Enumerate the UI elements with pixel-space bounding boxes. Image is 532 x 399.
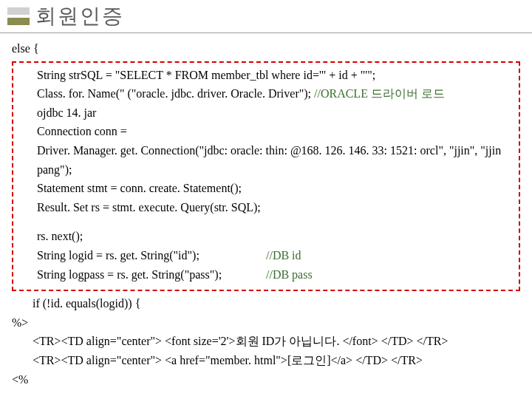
- code-line: <TR><TD align="center"> <a href="member.…: [12, 352, 520, 369]
- code-line: ojdbc 14. jar: [16, 105, 516, 121]
- code-line: String logid = rs. get. String("id"); //…: [16, 248, 516, 264]
- code-line: Connection conn =: [16, 123, 516, 140]
- code-comment: //DB id: [266, 248, 301, 264]
- code-line: Driver. Manager. get. Connection("jdbc: …: [16, 143, 516, 159]
- code-line: if (!id. equals(logid)) {: [12, 296, 520, 312]
- title-divider: [0, 33, 532, 33]
- code-block: else { String strSQL = "SELECT * FROM me…: [0, 36, 532, 387]
- title-accent-icon: [7, 7, 30, 25]
- code-comment: //ORACLE 드라이버 로드: [314, 87, 445, 100]
- code-line: %>: [12, 315, 520, 331]
- code-text: Class. for. Name(" ("oracle. jdbc. drive…: [37, 87, 314, 100]
- slide-title-row: 회원인증: [0, 0, 532, 33]
- slide-title: 회원인증: [35, 2, 124, 30]
- code-line: pang");: [16, 162, 516, 178]
- code-line: Statement stmt = conn. create. Statement…: [16, 180, 516, 197]
- code-line: else {: [12, 41, 520, 57]
- code-comment: //DB pass: [266, 267, 313, 283]
- code-text: String logpass = rs. get. String("pass")…: [37, 267, 266, 283]
- code-line: Result. Set rs = stmt. execute. Query(st…: [16, 200, 516, 216]
- code-line: <%: [12, 372, 520, 388]
- code-line: <TR><TD align="center"> <font size='2'>회…: [12, 333, 520, 349]
- code-line: rs. next();: [16, 228, 516, 245]
- code-line: Class. for. Name(" ("oracle. jdbc. drive…: [16, 86, 516, 102]
- code-text: String logid = rs. get. String("id");: [37, 248, 266, 264]
- code-line: String logpass = rs. get. String("pass")…: [16, 267, 516, 283]
- code-line: String strSQL = "SELECT * FROM member_tb…: [16, 67, 516, 83]
- highlight-box: String strSQL = "SELECT * FROM member_tb…: [12, 61, 520, 292]
